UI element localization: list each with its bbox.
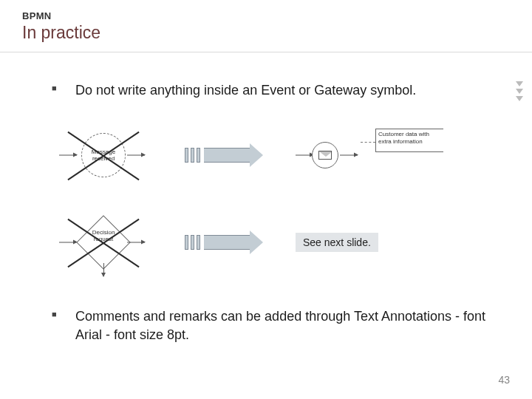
slide-body: Do not write anything inside an Event or… <box>52 81 495 344</box>
kicker-text: BPMN <box>22 10 100 21</box>
example-row-gateway: Decision request See next slide. <box>52 213 495 272</box>
triangle-icon <box>516 89 523 94</box>
correct-event-diagram: Customer data with extra information <box>296 126 451 185</box>
wrong-event-diagram: Message received <box>52 126 155 185</box>
triangle-icon <box>516 96 523 101</box>
leads-to-arrow-icon <box>185 231 266 254</box>
cross-out-icon <box>52 126 155 185</box>
annotation-association-icon <box>361 142 375 143</box>
page-number: 43 <box>498 374 510 386</box>
header-divider <box>0 52 532 52</box>
cross-out-icon <box>52 213 155 272</box>
message-event-icon <box>312 142 338 168</box>
envelope-icon <box>318 151 332 160</box>
triangle-icon <box>516 81 523 86</box>
see-next-wrapper: See next slide. <box>296 233 451 252</box>
wrong-gateway-diagram: Decision request <box>52 213 155 272</box>
example-row-event: Message received Customer data with extr… <box>52 126 495 185</box>
leads-to-arrow-icon <box>185 143 266 167</box>
see-next-slide-label: See next slide. <box>296 233 378 252</box>
sequence-flow-arrow <box>296 155 313 156</box>
slide-title: In practice <box>22 23 100 43</box>
bullet-2: Comments and remarks can be added throug… <box>52 307 495 344</box>
decorative-triangles <box>516 81 523 101</box>
slide-header: BPMN In practice <box>22 10 100 43</box>
sequence-flow-arrow <box>340 155 358 156</box>
slide: BPMN In practice Do not write anything i… <box>0 0 532 399</box>
text-annotation: Customer data with extra information <box>375 129 443 152</box>
bullet-1: Do not write anything inside an Event or… <box>52 81 495 99</box>
